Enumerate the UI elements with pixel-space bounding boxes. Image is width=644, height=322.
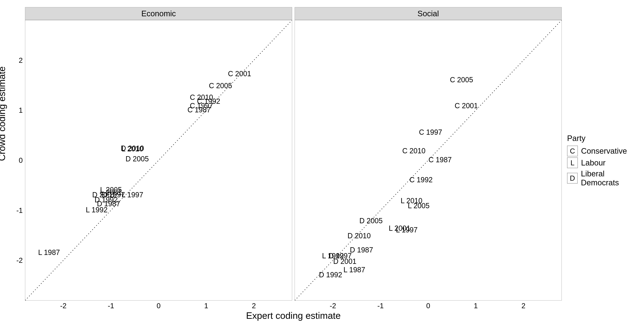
- y-tick-label: -1: [16, 206, 23, 214]
- point-label: C 2005: [450, 76, 473, 84]
- point-label: L 1997: [396, 226, 418, 234]
- figure: Crowd coding estimate Economic L 1987L 1…: [0, 0, 644, 322]
- panel-economic: Economic L 1987L 1992D 1987D 1992D 2001L…: [25, 7, 292, 300]
- point-label: D 2010: [348, 232, 371, 240]
- point-label: L 1992: [322, 252, 344, 260]
- point-label: D 2005: [126, 154, 149, 163]
- plot-svg-economic: L 1987L 1992D 1987D 1992D 2001L 1997D 19…: [25, 20, 292, 300]
- x-tick-label: 2: [252, 302, 256, 310]
- legend-key-l: L: [567, 158, 578, 168]
- x-tick-label: 1: [204, 302, 208, 310]
- y-tick-label: -2: [16, 256, 23, 264]
- point-label: D 1992: [319, 270, 342, 279]
- point-label: C 2010: [190, 93, 213, 102]
- point-label: C 1997: [190, 102, 213, 110]
- point-label: L 2001: [389, 224, 410, 232]
- svg-line-11: [295, 20, 562, 300]
- point-label: L 2005: [100, 186, 122, 194]
- point-label: C 2010: [402, 146, 426, 155]
- point-label: C 1997: [419, 128, 442, 136]
- x-tick-label: -2: [330, 302, 336, 310]
- point-label: L 1992: [86, 206, 108, 214]
- x-tick-labels-social: -2-1012: [295, 300, 562, 311]
- y-tick-label: 2: [19, 56, 23, 64]
- point-label: L 2005: [408, 202, 430, 210]
- plot-social: D 1992L 1987D 2001D 1997L 1992D 1987D 20…: [295, 20, 562, 300]
- point-label: L 1987: [344, 266, 365, 274]
- legend-item-labour: L Labour: [567, 158, 644, 168]
- legend-label-labour: Labour: [581, 158, 606, 167]
- legend-item-conservative: C Conservative: [567, 146, 644, 156]
- svg-line-0: [25, 20, 292, 300]
- y-tick-labels-economic: -2-1012: [10, 20, 25, 300]
- point-label: D 2005: [360, 216, 383, 225]
- plot-economic: L 1987L 1992D 1987D 1992D 2001L 1997D 19…: [25, 20, 292, 300]
- y-tick-label: 0: [19, 156, 23, 164]
- legend-item-libdem: D Liberal Democrats: [567, 169, 644, 187]
- x-tick-label: 2: [522, 302, 526, 310]
- x-tick-label: 0: [426, 302, 430, 310]
- facet-panels: Economic L 1987L 1992D 1987D 1992D 2001L…: [25, 7, 562, 300]
- legend-key-c: C: [567, 146, 578, 156]
- x-tick-label: 0: [156, 302, 160, 310]
- x-tick-label: -1: [108, 302, 114, 310]
- x-tick-label: -2: [60, 302, 66, 310]
- legend: Party C Conservative L Labour D Liberal …: [567, 134, 644, 188]
- point-label: L 1987: [38, 248, 60, 256]
- point-label: C 2001: [455, 102, 478, 110]
- y-tick-label: 1: [19, 106, 23, 114]
- point-label: C 1992: [197, 97, 220, 105]
- x-tick-labels-economic: -2-1012: [25, 300, 292, 311]
- point-label: C 2001: [228, 70, 251, 78]
- facet-strip-social: Social: [295, 7, 562, 20]
- facet-strip-economic: Economic: [25, 7, 292, 20]
- point-label: L 2001: [100, 188, 122, 196]
- point-label: D 1987: [350, 246, 373, 254]
- point-label: D 2001: [333, 257, 356, 266]
- point-label: C 2005: [209, 82, 232, 90]
- point-label: D 1997: [328, 252, 352, 260]
- point-label: C 1987: [188, 106, 211, 114]
- x-tick-label: -1: [377, 302, 384, 310]
- panel-social: Social D 1992L 1987D 2001D 1997L 1992D 1…: [295, 7, 562, 300]
- plot-svg-social: D 1992L 1987D 2001D 1997L 1992D 1987D 20…: [295, 20, 562, 300]
- y-axis-label: Crowd coding estimate: [0, 66, 7, 161]
- legend-key-d: D: [567, 173, 578, 184]
- point-label: L 1997: [122, 190, 143, 199]
- legend-title: Party: [567, 134, 644, 143]
- point-label: L 2010: [401, 196, 422, 205]
- x-tick-label: 1: [474, 302, 478, 310]
- legend-label-libdem: Liberal Democrats: [581, 169, 644, 187]
- point-label: C 1987: [428, 156, 452, 164]
- point-label: D 1997: [102, 190, 125, 199]
- x-axis-label: Expert coding estimate: [25, 310, 562, 321]
- point-label: D 1987: [97, 200, 120, 208]
- point-label: C 1992: [410, 176, 433, 184]
- point-label: D 2010: [121, 144, 144, 152]
- legend-label-conservative: Conservative: [581, 146, 627, 156]
- point-label: D 1992: [95, 196, 118, 204]
- point-label: L 2010: [122, 144, 143, 153]
- point-label: D 2001: [92, 190, 116, 199]
